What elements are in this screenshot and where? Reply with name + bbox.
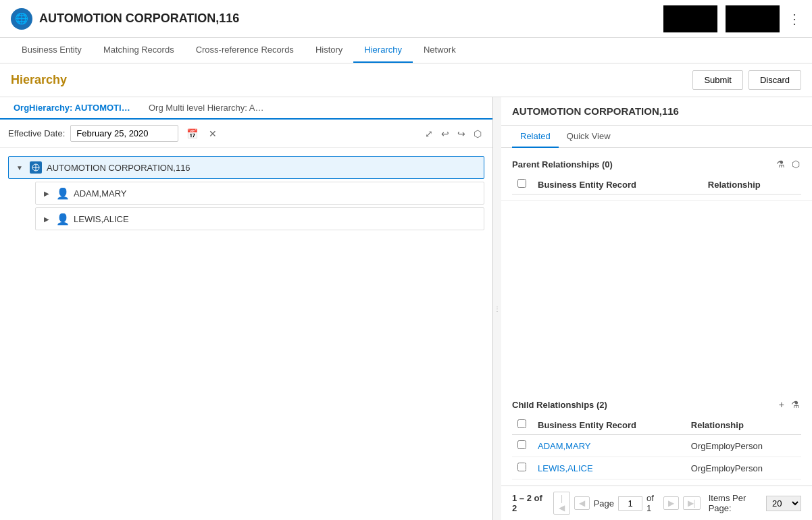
panel-tab-org-hierarchy[interactable]: OrgHierarchy: AUTOMOTION CO... [5,97,141,120]
right-panel-header: AUTOMOTION CORPORATION,116 [501,97,812,126]
page-prev-btn[interactable]: ◀ [574,496,590,510]
parent-filter-btn[interactable]: ⚗ [775,157,786,171]
expand-adam-btn[interactable]: ▶ [41,188,52,199]
app-title: AUTOMOTION CORPORATION,116 [39,11,239,26]
nav-tabs: Business Entity Matching Records Cross-r… [0,38,812,63]
tree-root-row[interactable]: ▼ AUTOMOTION CORPORATION,116 [8,156,484,179]
parent-empty-space [501,201,812,388]
child-row-adam-checkbox[interactable] [517,440,526,449]
items-per-page-label: Items Per Page: [709,493,762,513]
expand-root-btn[interactable]: ▼ [14,162,25,173]
undo-icon-btn[interactable]: ↩ [438,126,452,142]
panel-tab-org-multilevel[interactable]: Org Multi level Hierarchy: AUTOM... [141,97,276,120]
right-panel-title: AUTOMOTION CORPORATION,116 [512,105,679,117]
parent-relationships-section: Parent Relationships (0) ⚗ ⬡ Business En… [501,148,812,201]
right-tab-quick-view[interactable]: Quick View [559,126,619,148]
child-row-adam-entity: ADAM,MARY [532,435,686,457]
child-row-lewis-entity: LEWIS,ALICE [532,457,686,479]
clear-date-btn[interactable]: ✕ [206,126,220,142]
parent-export-btn[interactable]: ⬡ [790,157,801,171]
parent-table: Business Entity Record Relationship [512,175,801,194]
effective-date-input[interactable] [70,125,178,142]
child-row-adam-checkbox-cell [512,435,532,457]
child-row-lewis-checkbox-cell [512,457,532,479]
tree-area: ▼ AUTOMOTION CORPORATION,116 ▶ 👤 ADAM,MA… [0,148,492,520]
parent-col-relationship: Relationship [703,175,801,194]
parent-col-entity: Business Entity Record [532,175,703,194]
lewis-label: LEWIS,ALICE [74,214,129,224]
child-section-title: Child Relationships (2) [512,400,607,410]
expand-lewis-btn[interactable]: ▶ [41,213,52,224]
tab-history[interactable]: History [305,38,353,63]
child-col-relationship: Relationship [686,415,801,435]
expand-icon-btn[interactable]: ⤢ [422,126,436,142]
tab-business-entity[interactable]: Business Entity [11,38,93,63]
parent-header-checkbox [512,175,532,194]
toolbar-icons: ⤢ ↩ ↪ ⬡ [422,126,484,142]
child-row-lewis: LEWIS,ALICE OrgEmployPerson [512,457,801,479]
parent-select-all-checkbox[interactable] [517,179,526,188]
tab-matching-records[interactable]: Matching Records [93,38,185,63]
child-section-actions: + ⚗ [778,398,801,411]
discard-button[interactable]: Discard [748,70,801,90]
redacted-header-box-2 [726,5,780,32]
submit-button[interactable]: Submit [692,70,742,90]
lewis-person-icon: 👤 [56,212,70,226]
root-org-icon [29,161,43,174]
page-header: Hierarchy Submit Discard [0,63,812,97]
page-last-btn[interactable]: ▶| [683,496,701,510]
page-header-actions: Submit Discard [692,70,801,90]
export-icon-btn[interactable]: ⬡ [471,126,484,142]
child-row-adam-relationship: OrgEmployPerson [686,435,801,457]
effective-date-bar: Effective Date: 📅 ✕ ⤢ ↩ ↪ ⬡ [0,120,492,148]
child-adam-link[interactable]: ADAM,MARY [538,441,591,451]
child-filter-btn[interactable]: ⚗ [790,398,801,411]
child-section-header: Child Relationships (2) + ⚗ [512,394,801,415]
right-tabs: Related Quick View [501,126,812,148]
tab-cross-reference[interactable]: Cross-reference Records [185,38,305,63]
header-left: 🌐 AUTOMOTION CORPORATION,116 [11,8,239,30]
tab-hierarchy[interactable]: Hierarchy [353,38,413,63]
effective-date-label: Effective Date: [8,128,65,138]
child-select-all-checkbox[interactable] [517,419,526,428]
child-relationships-section: Child Relationships (2) + ⚗ Business Ent… [501,388,812,486]
child-table-header: Business Entity Record Relationship [512,415,801,435]
parent-section-header: Parent Relationships (0) ⚗ ⬡ [512,153,801,175]
app-header: 🌐 AUTOMOTION CORPORATION,116 ⋮ [0,0,812,38]
page-number-input[interactable] [618,496,642,511]
items-per-page-select[interactable]: 20 50 100 [766,496,801,511]
page-next-btn[interactable]: ▶ [663,496,679,510]
left-panel: OrgHierarchy: AUTOMOTION CO... Org Multi… [0,97,493,520]
calendar-icon-btn[interactable]: 📅 [184,126,201,142]
main-content: OrgHierarchy: AUTOMOTION CO... Org Multi… [0,97,812,520]
tree-root-node: ▼ AUTOMOTION CORPORATION,116 ▶ 👤 ADAM,MA… [8,156,484,230]
header-menu-icon[interactable]: ⋮ [788,11,801,27]
right-tab-related[interactable]: Related [512,126,559,148]
adam-label: ADAM,MARY [74,188,127,199]
tree-child-lewis[interactable]: ▶ 👤 LEWIS,ALICE [35,207,484,230]
child-row-lewis-checkbox[interactable] [517,463,526,471]
child-lewis-link[interactable]: LEWIS,ALICE [538,463,593,473]
child-table-body: ADAM,MARY OrgEmployPerson LEWIS,ALICE Or… [512,435,801,479]
parent-table-header: Business Entity Record Relationship [512,175,801,194]
panel-tabs: OrgHierarchy: AUTOMOTION CO... Org Multi… [0,97,492,120]
child-header-checkbox [512,415,532,435]
of-label: of 1 [646,493,659,513]
page-first-btn[interactable]: |◀ [553,492,569,515]
resize-handle[interactable]: ⋮ [493,97,501,520]
child-row-lewis-relationship: OrgEmployPerson [686,457,801,479]
child-row-adam: ADAM,MARY OrgEmployPerson [512,435,801,457]
app-logo-icon: 🌐 [11,8,32,30]
child-table: Business Entity Record Relationship ADAM… [512,415,801,479]
child-col-entity: Business Entity Record [532,415,686,435]
root-node-label: AUTOMOTION CORPORATION,116 [47,163,191,173]
page-title: Hierarchy [11,73,67,87]
redo-icon-btn[interactable]: ↪ [455,126,468,142]
tab-network[interactable]: Network [413,38,467,63]
tree-child-adam[interactable]: ▶ 👤 ADAM,MARY [35,182,484,205]
page-range: 1 – 2 of 2 [512,493,544,513]
parent-section-actions: ⚗ ⬡ [775,157,801,171]
pagination: 1 – 2 of 2 |◀ ◀ Page of 1 ▶ ▶| Items Per… [501,486,812,520]
child-add-btn[interactable]: + [778,398,786,411]
header-icons: ⋮ [663,5,801,32]
